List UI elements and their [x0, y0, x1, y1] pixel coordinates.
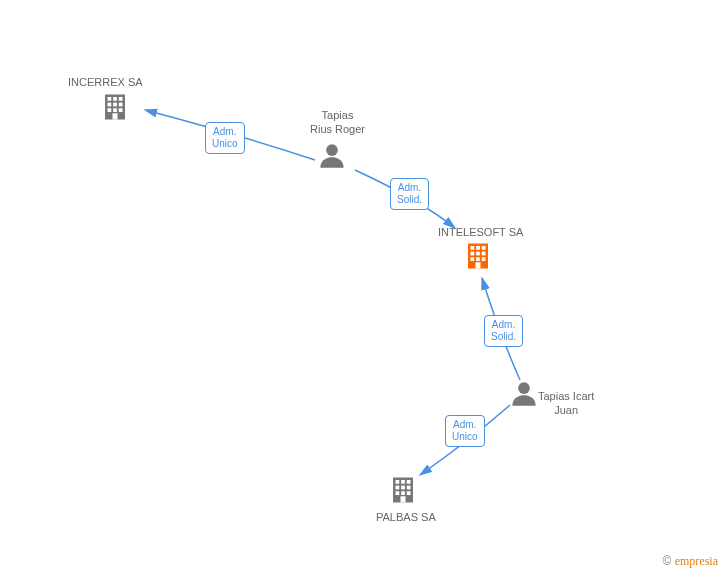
svg-point-11: [326, 144, 338, 156]
svg-rect-8: [113, 108, 117, 112]
svg-rect-27: [407, 480, 411, 484]
svg-rect-1: [108, 97, 112, 101]
footer-attribution: © empresia: [663, 554, 719, 569]
svg-rect-28: [396, 486, 400, 490]
copyright-symbol: ©: [663, 554, 672, 568]
company-label-intelesoft: INTELESOFT SA: [438, 225, 523, 239]
person-label-tapias-rius: Tapias Rius Roger: [310, 108, 365, 137]
svg-rect-5: [113, 103, 117, 107]
edge-label-adm-solid: Adm. Solid.: [390, 178, 429, 210]
edge-label-line: Adm.: [398, 182, 421, 193]
person-label-line: Tapias: [322, 109, 354, 121]
svg-rect-22: [476, 262, 481, 268]
edge-label-line: Solid.: [491, 331, 516, 342]
brand-name: empresia: [675, 554, 718, 568]
svg-rect-2: [113, 97, 117, 101]
svg-rect-21: [482, 257, 486, 261]
building-icon: [100, 92, 130, 124]
person-label-line: Tapias Icart: [538, 390, 594, 402]
edge-label-line: Solid.: [397, 194, 422, 205]
edge-label-line: Unico: [212, 138, 238, 149]
person-label-line: Juan: [554, 404, 578, 416]
svg-rect-9: [119, 108, 123, 112]
edge-label-adm-unico: Adm. Unico: [445, 415, 485, 447]
svg-rect-29: [401, 486, 405, 490]
svg-rect-32: [401, 491, 405, 495]
svg-rect-20: [476, 257, 480, 261]
svg-rect-31: [396, 491, 400, 495]
person-icon: [318, 142, 346, 172]
edge-label-adm-solid: Adm. Solid.: [484, 315, 523, 347]
building-icon-highlighted: [463, 241, 493, 273]
building-icon: [388, 475, 418, 507]
svg-rect-26: [401, 480, 405, 484]
svg-rect-14: [476, 246, 480, 250]
svg-rect-13: [471, 246, 475, 250]
svg-rect-34: [401, 496, 406, 502]
svg-rect-3: [119, 97, 123, 101]
person-label-line: Rius Roger: [310, 123, 365, 135]
svg-rect-10: [113, 113, 118, 119]
svg-rect-30: [407, 486, 411, 490]
edge-label-line: Unico: [452, 431, 478, 442]
svg-rect-33: [407, 491, 411, 495]
svg-rect-7: [108, 108, 112, 112]
person-label-tapias-icart: Tapias Icart Juan: [538, 389, 594, 418]
svg-point-23: [518, 382, 530, 394]
edge-label-adm-unico: Adm. Unico: [205, 122, 245, 154]
svg-rect-15: [482, 246, 486, 250]
svg-rect-17: [476, 252, 480, 256]
svg-rect-19: [471, 257, 475, 261]
svg-rect-6: [119, 103, 123, 107]
edge-label-line: Adm.: [492, 319, 515, 330]
person-icon: [510, 380, 538, 410]
svg-rect-18: [482, 252, 486, 256]
svg-rect-4: [108, 103, 112, 107]
company-label-incerrex: INCERREX SA: [68, 75, 143, 89]
svg-rect-16: [471, 252, 475, 256]
svg-rect-25: [396, 480, 400, 484]
company-label-palbas: PALBAS SA: [376, 510, 436, 524]
edge-label-line: Adm.: [213, 126, 236, 137]
edge-label-line: Adm.: [453, 419, 476, 430]
